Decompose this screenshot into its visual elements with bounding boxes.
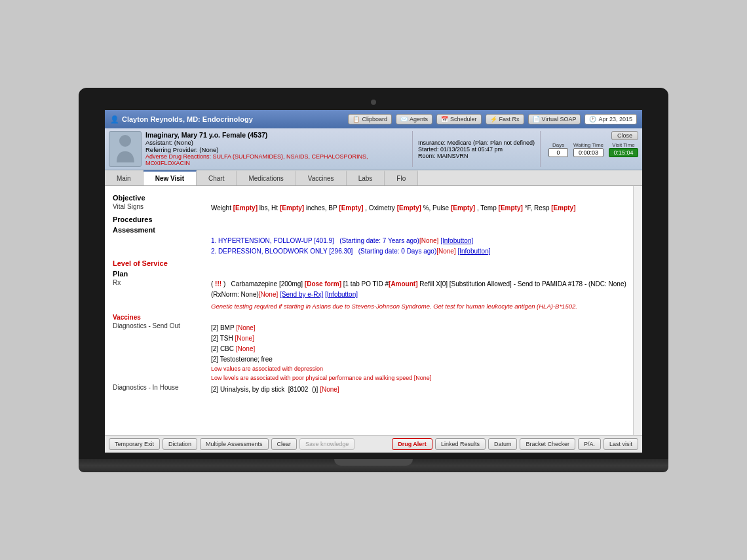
camera [371, 100, 376, 105]
fast-rx-icon: ⚡ [490, 116, 497, 122]
room-info: Room: MAINSVRN [418, 153, 535, 159]
patient-right: Close Days 0 Waiting Time 0:00:03 Visit … [545, 131, 638, 167]
agents-button[interactable]: ✉️ Agents [396, 114, 432, 124]
date-display: 🕐 Apr 23, 2015 [584, 114, 637, 124]
assessment-title: Assessment [113, 226, 634, 234]
rx-main: ( !!! ) Carbamazepine [200mg] [Dose form… [211, 279, 634, 289]
dictation-button[interactable]: Dictation [163, 438, 197, 450]
diagnostics-house-row: Diagnostics - In House [2] Urinalysis, b… [113, 384, 634, 395]
fast-rx-button[interactable]: ⚡ Fast Rx [486, 114, 524, 124]
started-info: Started: 01/13/2015 at 05:47 pm [418, 146, 535, 153]
vaccines-label: Vaccines [113, 314, 634, 321]
scrollbar[interactable] [633, 186, 642, 435]
vital-signs-content: Weight [Empty] lbs, Ht [Empty] inches, B… [211, 203, 634, 213]
scheduler-icon: 📅 [441, 116, 448, 122]
diagnostics-house-label: Diagnostics - In House [113, 384, 211, 391]
assessment-item-1: 1. HYPERTENSION, FOLLOW-UP [401.9] (Star… [211, 236, 634, 246]
visit-label: Visit Time [609, 142, 638, 148]
testosterone-note-2: Low levels are associated with poor phys… [211, 374, 634, 383]
procedures-title: Procedures [113, 215, 634, 223]
rx-norm: (RxNorm: None)[None] [Send by e-Rx] [Inf… [211, 289, 634, 300]
top-bar-actions: 📋 Clipboard ✉️ Agents 📅 Scheduler ⚡ Fast… [348, 114, 637, 124]
diagnostics-send-row: Diagnostics - Send Out [2] BMP [None] [2… [113, 322, 634, 383]
tab-vaccines[interactable]: Vaccines [296, 170, 347, 185]
days-value: 0 [548, 148, 568, 157]
close-button[interactable]: Close [611, 131, 638, 140]
rx-content: ( !!! ) Carbamazepine [200mg] [Dose form… [211, 279, 634, 311]
days-column: Days 0 [548, 142, 568, 157]
diag-urinalysis: [2] Urinalysis, by dip stick [81002 ()] … [211, 384, 634, 394]
avatar-silhouette [114, 133, 137, 166]
tab-new-visit[interactable]: New Visit [144, 170, 197, 185]
tab-medications[interactable]: Medications [237, 170, 296, 185]
assessment-row: 1. HYPERTENSION, FOLLOW-UP [401.9] (Star… [113, 235, 634, 257]
top-bar: 👤 Clayton Reynolds, MD: Endocrinology 📋 … [105, 110, 642, 128]
patient-assistant: Assistant: (None) [145, 139, 408, 146]
laptop-frame: 👤 Clayton Reynolds, MD: Endocrinology 📋 … [79, 88, 668, 472]
patient-avatar [109, 131, 142, 167]
rx-label: Rx [113, 279, 211, 286]
provider-name: Clayton Reynolds, MD: Endocrinology [122, 115, 253, 123]
visit-column: Visit Time 0:15:04 [609, 142, 638, 157]
objective-title: Objective [113, 194, 634, 202]
patient-header: Imaginary, Mary 71 y.o. Female (4537) As… [105, 128, 642, 170]
insurance-info: Insurance: Medicare (Plan: Plan not defi… [418, 140, 535, 146]
provider-label: 👤 Clayton Reynolds, MD: Endocrinology [110, 115, 253, 124]
patient-center-info: Insurance: Medicare (Plan: Plan not defi… [412, 131, 541, 167]
clipboard-button[interactable]: 📋 Clipboard [348, 114, 392, 124]
save-knowledge-button[interactable]: Save knowledge [299, 438, 354, 450]
laptop-base [79, 459, 668, 472]
datum-button[interactable]: Datum [488, 438, 518, 450]
clipboard-icon: 📋 [353, 116, 360, 122]
patient-referring: Referring Provider: (None) [145, 146, 408, 153]
pa-button[interactable]: P/A. [578, 438, 601, 450]
main-content[interactable]: Objective Vital Signs Weight [Empty] lbs… [105, 186, 642, 435]
laptop-hinge [334, 459, 413, 466]
assessment-item-2: 2. DEPRESSION, BLOODWORK ONLY [296.30] (… [211, 246, 634, 256]
virtual-soap-icon: 📄 [533, 116, 540, 122]
vital-signs-label: Vital Signs [113, 203, 211, 210]
diagnostics-send-label: Diagnostics - Send Out [113, 322, 211, 329]
plan-title: Plan [113, 270, 634, 278]
assessment-content: 1. HYPERTENSION, FOLLOW-UP [401.9] (Star… [211, 235, 634, 257]
screen-content: 👤 Clayton Reynolds, MD: Endocrinology 📋 … [105, 110, 642, 453]
waiting-column: Waiting Time 0:00:03 [573, 142, 603, 157]
linked-results-button[interactable]: Linked Results [435, 438, 486, 450]
diag-cbc: [2] CBC [None] [211, 344, 634, 354]
diag-bmp: [2] BMP [None] [211, 323, 634, 333]
diagnostics-house-content: [2] Urinalysis, by dip stick [81002 ()] … [211, 384, 634, 395]
tab-flo[interactable]: Flo [385, 170, 418, 185]
waiting-value: 0:00:03 [573, 148, 603, 157]
diag-tsh: [2] TSH [None] [211, 333, 634, 343]
scheduler-button[interactable]: 📅 Scheduler [436, 114, 482, 124]
tab-chart[interactable]: Chart [197, 170, 237, 185]
clear-button[interactable]: Clear [271, 438, 297, 450]
patient-name: Imaginary, Mary 71 y.o. Female (4537) [145, 131, 408, 139]
virtual-soap-button[interactable]: 📄 Virtual SOAP [528, 114, 581, 124]
bottom-bar: Temporary Exit Dictation Multiple Assess… [105, 435, 642, 453]
level-of-service: Level of Service [113, 259, 634, 267]
svg-point-0 [119, 135, 131, 147]
tab-main[interactable]: Main [105, 170, 144, 185]
provider-icon: 👤 [110, 115, 119, 124]
rx-warning: Genetic testing required if starting in … [211, 301, 634, 311]
agents-icon: ✉️ [400, 116, 408, 122]
patient-info: Imaginary, Mary 71 y.o. Female (4537) As… [145, 131, 408, 167]
adverse-drug-reactions: Adverse Drug Reactions: SULFA (SULFONAMI… [145, 153, 408, 166]
screen-bezel: 👤 Clayton Reynolds, MD: Endocrinology 📋 … [79, 88, 668, 459]
tabs-row: Main New Visit Chart Medications Vaccine… [105, 170, 642, 186]
days-label: Days [548, 142, 568, 148]
last-visit-button[interactable]: Last visit [603, 438, 638, 450]
multiple-assessments-button[interactable]: Multiple Assessments [200, 438, 269, 450]
waiting-label: Waiting Time [573, 142, 603, 148]
bracket-checker-button[interactable]: Bracket Checker [520, 438, 575, 450]
visit-value: 0:15:04 [609, 148, 638, 157]
temporary-exit-button[interactable]: Temporary Exit [109, 438, 160, 450]
diagnostics-send-content: [2] BMP [None] [2] TSH [None] [2] CBC [N… [211, 322, 634, 383]
drug-alert-button[interactable]: Drug Alert [392, 438, 432, 450]
clock-icon: 🕐 [589, 116, 596, 122]
diag-testosterone: [2] Testosterone; free [211, 354, 634, 364]
rx-row: Rx ( !!! ) Carbamazepine [200mg] [Dose f… [113, 279, 634, 311]
time-section: Days 0 Waiting Time 0:00:03 Visit Time 0… [548, 142, 638, 157]
tab-labs[interactable]: Labs [347, 170, 385, 185]
